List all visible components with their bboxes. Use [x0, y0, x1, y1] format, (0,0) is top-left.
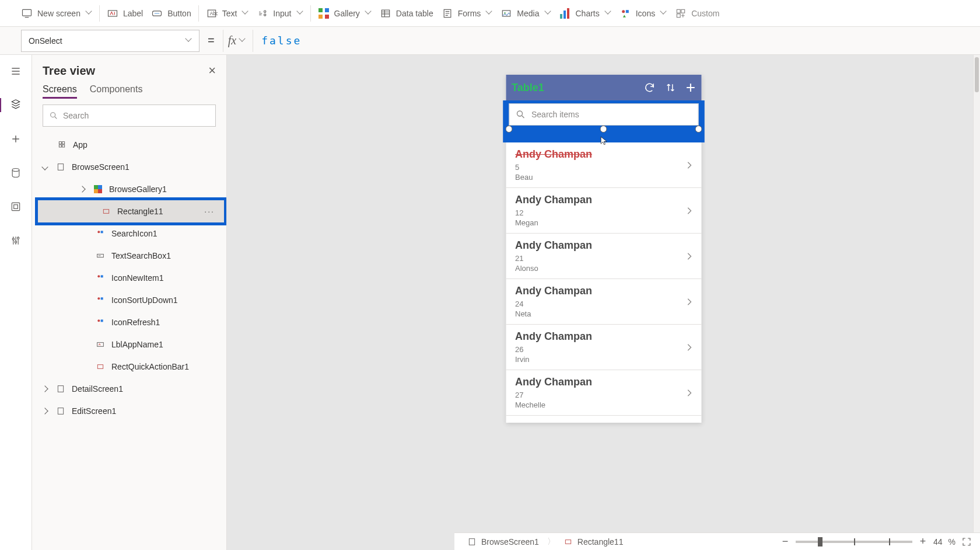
list-item[interactable]: Andy Champan 26 Irvin — [506, 325, 701, 370]
insert-custom-button[interactable]: Custom — [671, 4, 723, 23]
item-id: 12 — [515, 208, 592, 217]
svg-rect-27 — [62, 145, 65, 147]
screen-icon — [21, 8, 33, 19]
insert-charts-button[interactable]: Charts — [556, 4, 615, 23]
zoom-out-button[interactable]: − — [780, 535, 790, 548]
svg-rect-16 — [677, 13, 681, 17]
tree-view-rail-button[interactable] — [5, 95, 26, 116]
svg-rect-15 — [681, 9, 685, 13]
breadcrumb-screen[interactable]: BrowseScreen1 — [463, 535, 544, 548]
item-sub: Neta — [515, 309, 592, 318]
fit-to-screen-button[interactable] — [961, 537, 972, 547]
tree-node-detailscreen[interactable]: DetailScreen1 — [32, 378, 226, 400]
equals-sign: = — [200, 34, 223, 47]
tree-node-iconnewitem1[interactable]: IconNewItem1 — [32, 267, 226, 289]
chevron-down-icon — [240, 38, 246, 44]
tree-node-browsegallery[interactable]: BrowseGallery1 — [32, 178, 226, 200]
tree-header: Tree view × — [32, 55, 226, 82]
list-item[interactable]: Andy Champan 24 Neta — [506, 279, 701, 325]
tree-view-close-button[interactable]: × — [208, 63, 216, 78]
cursor-pointer-icon — [599, 136, 608, 145]
tree-node-rectquickactionbar1[interactable]: RectQuickActionBar1 — [32, 356, 226, 378]
item-sub: Mechelle — [515, 401, 592, 409]
more-actions-button[interactable]: ··· — [204, 207, 215, 216]
insert-text-button[interactable]: Abc Text — [202, 4, 253, 23]
tree-node-browsegallery-label: BrowseGallery1 — [109, 185, 167, 194]
insert-button-button[interactable]: Button — [148, 4, 194, 23]
tree-node-rectangle11[interactable]: Rectangle11 ··· — [38, 200, 224, 222]
tab-screens[interactable]: Screens — [43, 84, 77, 99]
svg-rect-0 — [23, 9, 32, 16]
svg-point-35 — [97, 297, 100, 300]
rectangle-icon — [95, 361, 106, 372]
tree-node-editscreen[interactable]: EditScreen1 — [32, 400, 226, 422]
list-item[interactable]: Andy Champan 27 Mechelle — [506, 370, 701, 416]
fx-button[interactable]: fx — [223, 30, 253, 52]
icons-small-icon — [95, 317, 106, 328]
preview-search-input[interactable]: Search items — [509, 103, 698, 126]
tree-node-iconsortupdown1[interactable]: IconSortUpDown1 — [32, 289, 226, 311]
svg-rect-41 — [58, 386, 63, 392]
screen-icon — [467, 537, 477, 546]
design-canvas[interactable]: Table1 + Search items — [227, 55, 980, 550]
list-item[interactable]: Andy Champan 21 Alonso — [506, 234, 701, 279]
svg-rect-19 — [14, 205, 18, 209]
zoom-slider[interactable] — [796, 541, 912, 543]
insert-input-button[interactable]: Input — [253, 4, 306, 23]
formula-input[interactable] — [253, 30, 980, 52]
item-name: Andy Champan — [515, 285, 592, 297]
breadcrumb-control[interactable]: Rectangle11 — [559, 535, 628, 548]
tab-components[interactable]: Components — [90, 84, 143, 99]
sort-icon[interactable] — [665, 82, 677, 93]
media-rail-button[interactable] — [5, 196, 26, 217]
tree-node-textsearchbox1[interactable]: TextSearchBox1 — [32, 245, 226, 267]
insert-gallery-button[interactable]: Gallery — [314, 4, 375, 23]
insert-media-button[interactable]: Media — [497, 4, 554, 23]
refresh-icon[interactable] — [644, 82, 656, 93]
tree-node-searchicon1[interactable]: SearchIcon1 — [32, 222, 226, 245]
svg-rect-14 — [677, 9, 681, 13]
selection-handle[interactable] — [600, 126, 607, 133]
status-bar: BrowseScreen1 〉 Rectangle11 − + 44 % — [454, 532, 980, 550]
item-id: 21 — [515, 254, 592, 263]
chevron-down-icon — [298, 11, 303, 16]
insert-charts-label: Charts — [576, 9, 600, 18]
new-screen-button[interactable]: New screen — [18, 4, 96, 23]
svg-rect-34 — [101, 275, 103, 277]
insert-rail-button[interactable] — [5, 128, 26, 149]
insert-forms-button[interactable]: Forms — [438, 4, 496, 23]
tree-body: App BrowseScreen1 BrowseGallery1 Rectang… — [32, 131, 226, 550]
tree-node-iconrefresh1[interactable]: IconRefresh1 — [32, 311, 226, 333]
list-item[interactable]: Andy Champan 12 Megan — [506, 188, 701, 234]
item-name: Andy Champan — [515, 330, 592, 343]
caret-right-icon — [80, 186, 87, 193]
search-icon — [515, 109, 526, 120]
insert-icons-button[interactable]: Icons — [616, 4, 670, 23]
tree-search-input[interactable]: Search — [43, 105, 216, 127]
insert-custom-label: Custom — [691, 9, 719, 18]
advanced-rail-button[interactable] — [5, 230, 26, 251]
tree-node-app[interactable]: App — [32, 134, 226, 156]
selection-handle[interactable] — [695, 126, 702, 133]
zoom-in-button[interactable]: + — [918, 535, 928, 548]
chevron-right-icon — [684, 297, 694, 307]
caret-down-icon — [43, 163, 50, 170]
add-icon[interactable]: + — [686, 79, 695, 96]
insert-label-button[interactable]: Label — [103, 4, 146, 23]
separator — [198, 5, 199, 22]
svg-point-20 — [12, 238, 14, 240]
hamburger-button[interactable] — [5, 61, 26, 82]
tree-node-lblappname1[interactable]: LblAppName1 — [32, 333, 226, 356]
item-id: 26 — [515, 345, 592, 354]
selection-handle[interactable] — [505, 126, 512, 133]
insert-data-table-button[interactable]: Data table — [376, 4, 437, 23]
chevron-down-icon — [86, 11, 92, 16]
canvas-scrollbar[interactable] — [973, 55, 980, 532]
property-dropdown[interactable]: OnSelect — [21, 30, 200, 52]
zoom-thumb[interactable] — [818, 537, 822, 546]
data-rail-button[interactable] — [5, 162, 26, 183]
tree-node-browsescreen[interactable]: BrowseScreen1 — [32, 156, 226, 178]
preview-list: Andy Champan 5 Beau Andy Champan 12 Mega… — [506, 142, 701, 416]
chevron-down-icon — [366, 11, 372, 16]
list-item[interactable]: Andy Champan 5 Beau — [506, 142, 701, 188]
